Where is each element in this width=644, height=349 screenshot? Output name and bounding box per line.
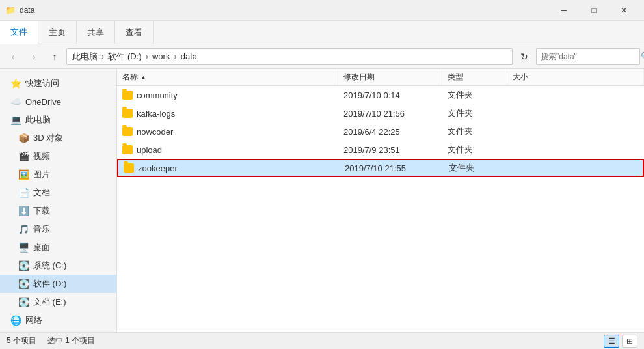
file-name-kafka: kafka-logs (117, 104, 338, 122)
file-type-upload: 文件夹 (442, 141, 507, 159)
sort-icon: ▲ (141, 74, 146, 81)
window-icon: 📁 (5, 5, 16, 16)
file-area: 名称 ▲ 修改日期 类型 大小 community 2019/7/10 0:14 (117, 69, 644, 332)
sidebar-item-network[interactable]: 🌐 网络 (0, 311, 116, 329)
file-date-kafka: 2019/7/10 21:56 (338, 104, 442, 122)
file-date-community: 2019/7/10 0:14 (338, 86, 442, 104)
forward-button[interactable]: › (25, 48, 43, 66)
view-details-button[interactable]: ☰ (604, 335, 619, 348)
path-work: work (152, 51, 170, 61)
tab-view[interactable]: 查看 (115, 21, 154, 44)
drive-e-icon: 💽 (18, 297, 29, 307)
sidebar-item-softD[interactable]: 💽 软件 (D:) (0, 275, 116, 293)
file-name-zookeeper: zookeeper (118, 160, 340, 176)
folder-icon (122, 109, 133, 118)
sidebar-item-thispc[interactable]: 💻 此电脑 (0, 111, 116, 129)
folder-icon (122, 91, 133, 100)
address-bar: ‹ › ↑ 此电脑 › 软件 (D:) › work › data ↻ 🔍 (0, 44, 644, 69)
file-list-header: 名称 ▲ 修改日期 类型 大小 (117, 69, 644, 86)
file-size-zookeeper (509, 160, 643, 176)
file-name-nowcoder: nowcoder (117, 122, 338, 141)
drive-d-icon: 💽 (18, 279, 29, 289)
sidebar-item-music[interactable]: 🎵 音乐 (0, 220, 116, 238)
cloud-icon: ☁️ (10, 96, 21, 107)
file-size-community (507, 86, 644, 104)
sidebar-item-video[interactable]: 🎬 视频 (0, 147, 116, 165)
maximize-button[interactable]: □ (579, 0, 609, 21)
path-thispc: 此电脑 (72, 51, 98, 63)
folder-icon (124, 163, 134, 173)
path-data: data (181, 51, 197, 61)
network-icon: 🌐 (10, 315, 21, 326)
table-row[interactable]: community 2019/7/10 0:14 文件夹 (117, 86, 644, 104)
tab-home[interactable]: 主页 (38, 21, 77, 44)
window-title: data (20, 6, 549, 15)
download-icon: ⬇️ (18, 206, 29, 216)
status-right: ☰ ⊞ (604, 335, 637, 348)
video-icon: 🎬 (18, 151, 29, 161)
file-size-kafka (507, 104, 644, 122)
window-controls: ─ □ ✕ (549, 0, 639, 21)
star-icon: ⭐ (10, 78, 21, 89)
sidebar-item-docE[interactable]: 💽 文档 (E:) (0, 293, 116, 311)
folder-icon (122, 127, 133, 136)
up-button[interactable]: ↑ (46, 48, 64, 66)
file-size-upload (507, 141, 644, 159)
main-area: ⭐ 快速访问 ☁️ OneDrive 💻 此电脑 📦 3D 对象 🎬 视频 🖼️… (0, 69, 644, 332)
status-left: 5 个项目 选中 1 个项目 (7, 335, 95, 346)
3d-icon: 📦 (18, 133, 29, 143)
file-date-upload: 2019/7/9 23:51 (338, 141, 442, 159)
file-list: community 2019/7/10 0:14 文件夹 kafka-logs … (117, 86, 644, 332)
col-header-name[interactable]: 名称 ▲ (117, 69, 338, 85)
desktop-icon: 🖥️ (18, 242, 29, 253)
drive-c-icon: 💽 (18, 260, 29, 271)
search-icon: 🔍 (641, 51, 644, 61)
sidebar-item-desktop[interactable]: 🖥️ 桌面 (0, 238, 116, 257)
refresh-button[interactable]: ↻ (515, 48, 533, 66)
tab-share[interactable]: 共享 (77, 21, 115, 44)
table-row[interactable]: zookeeper 2019/7/10 21:55 文件夹 (117, 159, 644, 177)
tab-file[interactable]: 文件 (0, 21, 38, 44)
computer-icon: 💻 (10, 115, 21, 125)
file-type-nowcoder: 文件夹 (442, 122, 507, 141)
minimize-button[interactable]: ─ (549, 0, 579, 21)
sidebar-item-quickaccess[interactable]: ⭐ 快速访问 (0, 74, 116, 92)
table-row[interactable]: kafka-logs 2019/7/10 21:56 文件夹 (117, 104, 644, 122)
title-bar: 📁 data ─ □ ✕ (0, 0, 644, 21)
sidebar-item-doc[interactable]: 📄 文档 (0, 184, 116, 202)
search-input[interactable] (541, 52, 638, 61)
close-button[interactable]: ✕ (609, 0, 639, 21)
table-row[interactable]: nowcoder 2019/6/4 22:25 文件夹 (117, 122, 644, 141)
sidebar-item-3d[interactable]: 📦 3D 对象 (0, 129, 116, 147)
file-name-community: community (117, 86, 338, 104)
file-name-upload: upload (117, 141, 338, 159)
col-header-type[interactable]: 类型 (442, 69, 507, 85)
sidebar-item-download[interactable]: ⬇️ 下载 (0, 202, 116, 220)
col-header-size[interactable]: 大小 (507, 69, 644, 85)
music-icon: 🎵 (18, 224, 29, 234)
back-button[interactable]: ‹ (4, 48, 22, 66)
sidebar-item-onedrive[interactable]: ☁️ OneDrive (0, 92, 116, 111)
file-date-zookeeper: 2019/7/10 21:55 (340, 160, 444, 176)
file-type-zookeeper: 文件夹 (444, 160, 509, 176)
file-type-kafka: 文件夹 (442, 104, 507, 122)
toolbar: 文件 主页 共享 查看 (0, 21, 644, 44)
path-drive: 软件 (D:) (108, 51, 141, 63)
col-header-date[interactable]: 修改日期 (338, 69, 442, 85)
address-path[interactable]: 此电脑 › 软件 (D:) › work › data (66, 48, 513, 65)
sidebar: ⭐ 快速访问 ☁️ OneDrive 💻 此电脑 📦 3D 对象 🎬 视频 🖼️… (0, 69, 117, 332)
picture-icon: 🖼️ (18, 169, 29, 180)
sidebar-item-sysC[interactable]: 💽 系统 (C:) (0, 257, 116, 275)
table-row[interactable]: upload 2019/7/9 23:51 文件夹 (117, 141, 644, 159)
file-type-community: 文件夹 (442, 86, 507, 104)
status-bar: 5 个项目 选中 1 个项目 ☰ ⊞ (0, 332, 644, 349)
sidebar-item-picture[interactable]: 🖼️ 图片 (0, 165, 116, 184)
search-box[interactable]: 🔍 (536, 48, 640, 65)
file-size-nowcoder (507, 122, 644, 141)
folder-icon (122, 145, 133, 154)
file-date-nowcoder: 2019/6/4 22:25 (338, 122, 442, 141)
doc-icon: 📄 (18, 188, 29, 198)
view-large-button[interactable]: ⊞ (622, 335, 637, 348)
